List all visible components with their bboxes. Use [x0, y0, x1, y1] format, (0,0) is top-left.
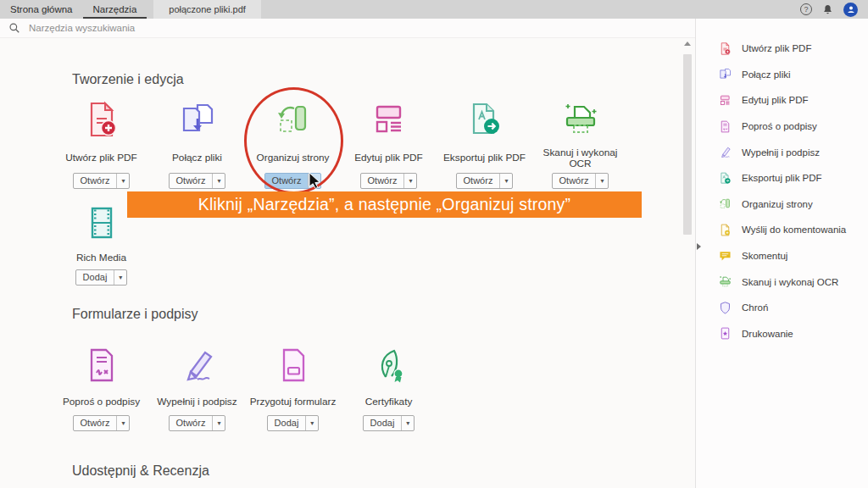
sidebar-item-label: Edytuj plik PDF	[742, 95, 809, 105]
tool-label: Przygotuj formularz	[245, 390, 341, 415]
panel-divider	[695, 19, 696, 488]
certificates-icon	[369, 345, 409, 385]
dropdown-caret-icon[interactable]: ▾	[213, 174, 225, 188]
scan-ocr-action-button[interactable]: Otwórz▾	[552, 173, 609, 189]
request-signatures-icon-wrap	[81, 341, 122, 390]
dropdown-caret-icon[interactable]: ▾	[306, 416, 318, 430]
sidebar-item-label: Skomentuj	[742, 251, 787, 261]
search-input[interactable]	[27, 22, 285, 34]
tutorial-banner: Kliknij „Narzędzia”, a następnie „Organi…	[127, 191, 642, 218]
button-label: Dodaj	[76, 270, 114, 285]
tool-fill-sign[interactable]: Wypełnij i podpiszOtwórz▾	[149, 341, 245, 431]
sidebar-item-label: Połącz pliki	[742, 69, 791, 80]
dropdown-caret-icon[interactable]: ▾	[114, 270, 126, 285]
sidebar-item-label: Wyślij do komentowania	[742, 225, 846, 235]
export-pdf-icon	[718, 171, 732, 186]
create-pdf-action-button[interactable]: Otwórz▾	[73, 173, 131, 189]
tool-label: Poproś o podpisy	[53, 390, 149, 415]
create-pdf-icon	[718, 42, 732, 56]
button-label: Otwórz	[74, 416, 117, 430]
edit-pdf-action-button[interactable]: Otwórz▾	[360, 173, 418, 189]
combine-files-action-button[interactable]: Otwórz▾	[169, 173, 226, 189]
search-bar	[0, 19, 695, 38]
fill-sign-action-button[interactable]: Otwórz▾	[169, 415, 226, 431]
fill-sign-icon	[177, 345, 218, 385]
dropdown-caret-icon[interactable]: ▾	[596, 174, 608, 188]
sidebar-item-edit-pdf[interactable]: Edytuj plik PDF	[718, 87, 865, 114]
export-pdf-icon-wrap	[465, 95, 505, 144]
tool-create-pdf[interactable]: Utwórz plik PDFOtwórz▾	[53, 95, 149, 189]
request-signatures-icon	[81, 345, 122, 385]
scrollbar[interactable]	[682, 38, 693, 488]
button-label: Otwórz	[553, 174, 596, 188]
sidebar-item-fill-sign[interactable]: Wypełnij i podpisz	[718, 139, 865, 165]
tool-export-pdf[interactable]: Eksportuj plik PDFOtwórz▾	[437, 95, 532, 189]
sidebar-item-protect[interactable]: Chroń	[718, 295, 865, 321]
tool-label: Eksportuj plik PDF	[437, 144, 532, 173]
sidebar-item-organize-pages[interactable]: Organizuj strony	[718, 191, 865, 218]
topbar-menu: Strona głównaNarzędzia	[0, 0, 147, 19]
tool-edit-pdf[interactable]: Edytuj plik PDFOtwórz▾	[341, 95, 437, 189]
sidebar-item-scan-ocr[interactable]: Skanuj i wykonaj OCR	[718, 269, 865, 295]
search-icon	[8, 22, 20, 34]
protect-icon	[718, 301, 732, 315]
acrobat-tools-screen: { "topbar": { "menu_items": [ {"label": …	[0, 0, 868, 488]
tool-certificates[interactable]: CertyfikatyDodaj▾	[341, 341, 437, 431]
sidebar-item-label: Skanuj i wykonaj OCR	[742, 277, 838, 287]
certificates-action-button[interactable]: Dodaj▾	[363, 415, 415, 431]
button-label: Dodaj	[268, 416, 306, 430]
dropdown-caret-icon[interactable]: ▾	[117, 174, 129, 188]
combine-files-icon	[718, 67, 732, 81]
sidebar-item-request-signatures[interactable]: Poproś o podpisy	[718, 114, 865, 140]
help-icon[interactable]: ?	[800, 3, 812, 15]
scrollbar-up-arrow-icon[interactable]	[684, 42, 691, 46]
sidebar-item-label: Drukowanie	[742, 329, 793, 339]
dropdown-caret-icon[interactable]: ▾	[404, 174, 416, 188]
edit-pdf-icon	[718, 93, 732, 108]
button-label: Dodaj	[364, 416, 402, 430]
sidebar-item-comment[interactable]: Skomentuj	[718, 243, 865, 269]
combine-files-icon	[177, 99, 218, 140]
rich-media-action-button[interactable]: Dodaj▾	[75, 269, 128, 286]
menu-item-tools[interactable]: Narzędzia	[83, 0, 147, 19]
button-label: Otwórz	[457, 174, 500, 188]
tool-row-forms: Poproś o podpisyOtwórz▾Wypełnij i podpis…	[53, 341, 437, 431]
panel-collapse-handle[interactable]	[697, 243, 701, 250]
sidebar-item-label: Chroń	[742, 302, 768, 313]
section-title-share: Udostępnij & Recenzja	[72, 463, 209, 479]
tool-label: Rich Media	[53, 247, 149, 269]
sidebar-item-export-pdf[interactable]: Eksportuj plik PDF	[718, 165, 865, 191]
tool-scan-ocr[interactable]: Skanuj i wykonaj OCROtwórz▾	[532, 95, 628, 189]
scrollbar-thumb[interactable]	[683, 54, 692, 235]
sidebar-item-create-pdf[interactable]: Utwórz plik PDF	[718, 36, 865, 62]
prepare-form-action-button[interactable]: Dodaj▾	[267, 415, 320, 431]
edit-pdf-icon-wrap	[369, 95, 409, 144]
dropdown-caret-icon[interactable]: ▾	[500, 174, 512, 188]
sidebar-item-print[interactable]: Drukowanie	[718, 321, 865, 347]
dropdown-caret-icon[interactable]: ▾	[402, 416, 414, 430]
bell-icon[interactable]	[821, 3, 834, 16]
sidebar-item-send-comments[interactable]: Wyślij do komentowania	[718, 217, 865, 243]
tool-label: Edytuj plik PDF	[341, 144, 437, 173]
tool-request-signatures[interactable]: Poproś o podpisyOtwórz▾	[53, 341, 149, 431]
section-title-creation: Tworzenie i edycja	[72, 72, 184, 87]
sidebar-item-label: Wypełnij i podpisz	[742, 147, 820, 158]
comment-icon	[718, 249, 732, 263]
organize-pages-icon	[718, 197, 732, 211]
prepare-form-icon-wrap	[273, 341, 314, 390]
tool-label: Skanuj i wykonaj OCR	[532, 144, 628, 173]
export-pdf-action-button[interactable]: Otwórz▾	[456, 173, 514, 189]
request-signatures-action-button[interactable]: Otwórz▾	[73, 415, 131, 431]
scan-ocr-icon	[560, 99, 601, 140]
dropdown-caret-icon[interactable]: ▾	[213, 416, 225, 430]
document-tab[interactable]: połączone pliki.pdf	[153, 0, 261, 19]
button-label: Otwórz	[361, 174, 404, 188]
dropdown-caret-icon[interactable]: ▾	[117, 416, 129, 430]
sidebar-item-combine-files[interactable]: Połącz pliki	[718, 62, 865, 88]
menu-item-home[interactable]: Strona główna	[0, 0, 83, 19]
tool-combine-files[interactable]: Połącz plikiOtwórz▾	[149, 95, 245, 189]
avatar[interactable]	[843, 3, 858, 17]
button-label: Otwórz	[170, 416, 213, 430]
tool-prepare-form[interactable]: Przygotuj formularzDodaj▾	[245, 341, 341, 431]
sidebar-item-label: Organizuj strony	[742, 199, 813, 209]
